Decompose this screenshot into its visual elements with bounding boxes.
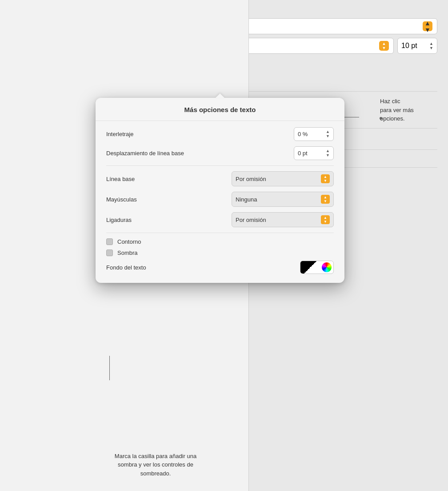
color-wheel-icon[interactable] xyxy=(322,262,332,272)
ligaduras-row: Ligaduras Por omisión ▲ ▼ xyxy=(106,212,334,227)
linea-base-label: Línea base xyxy=(106,176,135,182)
interletraje-stepper[interactable]: ▲ ▼ xyxy=(326,130,330,138)
font-size-stepper[interactable]: ▲ ▼ xyxy=(429,42,433,50)
more-options-popup: Más opciones de texto Interletraje 0 % ▲… xyxy=(96,98,344,283)
interletraje-label: Interletraje xyxy=(106,131,133,137)
linea-base-row: Línea base Por omisión ▲ ▼ xyxy=(106,171,334,186)
fondo-row: Fondo del texto xyxy=(106,261,334,274)
fondo-color-control[interactable] xyxy=(300,261,334,274)
contorno-checkbox[interactable] xyxy=(106,238,113,245)
mayusculas-row: Mayúsculas Ninguna ▲ ▼ xyxy=(106,192,334,207)
linea-base-stepper[interactable]: ▲ ▼ xyxy=(321,174,330,183)
sombra-label: Sombra xyxy=(117,250,138,256)
popup-separator-1 xyxy=(106,165,334,166)
popup-separator-2 xyxy=(106,233,334,233)
desplazamiento-row: Desplazamiento de línea base 0 pt ▲ ▼ xyxy=(106,146,334,160)
callout-right-text: Haz clicpara ver másopciones. xyxy=(380,97,440,123)
popup-arrow xyxy=(216,93,224,98)
contorno-row: Contorno xyxy=(106,238,334,245)
callout-bottom-text: Marca la casilla para añadir unasombra y… xyxy=(58,452,253,478)
interletraje-input[interactable]: 0 % ▲ ▼ xyxy=(294,127,334,141)
desplazamiento-stepper[interactable]: ▲ ▼ xyxy=(326,149,330,157)
mayusculas-stepper[interactable]: ▲ ▼ xyxy=(321,195,330,204)
ligaduras-value: Por omisión xyxy=(236,217,317,223)
mayusculas-value: Ninguna xyxy=(236,196,317,203)
interletraje-row: Interletraje 0 % ▲ ▼ xyxy=(106,127,334,141)
desplazamiento-input[interactable]: 0 pt ▲ ▼ xyxy=(294,146,334,160)
font-size-value: 10 pt xyxy=(401,42,417,50)
fondo-black-swatch[interactable] xyxy=(300,261,320,274)
sombra-row: Sombra xyxy=(106,250,334,256)
mayusculas-dropdown[interactable]: Ninguna ▲ ▼ xyxy=(232,192,334,207)
linea-base-value: Por omisión xyxy=(236,176,317,182)
linea-base-dropdown[interactable]: Por omisión ▲ ▼ xyxy=(232,171,334,186)
mayusculas-label: Mayúsculas xyxy=(106,196,137,203)
font-name-stepper[interactable]: ▲ ▼ xyxy=(423,21,432,31)
callout-dot-right xyxy=(380,117,382,120)
ligaduras-label: Ligaduras xyxy=(106,217,132,223)
desplazamiento-label: Desplazamiento de línea base xyxy=(106,150,184,157)
contorno-label: Contorno xyxy=(117,238,141,245)
desplazamiento-value: 0 pt xyxy=(298,150,308,157)
font-size-field[interactable]: 10 pt ▲ ▼ xyxy=(397,38,437,54)
popup-title: Más opciones de texto xyxy=(96,98,344,121)
ligaduras-dropdown[interactable]: Por omisión ▲ ▼ xyxy=(232,212,334,227)
callout-line-bottom-vert xyxy=(109,356,110,380)
sombra-checkbox[interactable] xyxy=(106,250,113,256)
ligaduras-stepper[interactable]: ▲ ▼ xyxy=(321,215,330,224)
interletraje-value: 0 % xyxy=(298,131,308,137)
fondo-label: Fondo del texto xyxy=(106,264,146,271)
font-style-stepper[interactable]: ▲ ▼ xyxy=(379,41,389,51)
popup-body: Interletraje 0 % ▲ ▼ Desplazamiento de l… xyxy=(96,121,344,274)
